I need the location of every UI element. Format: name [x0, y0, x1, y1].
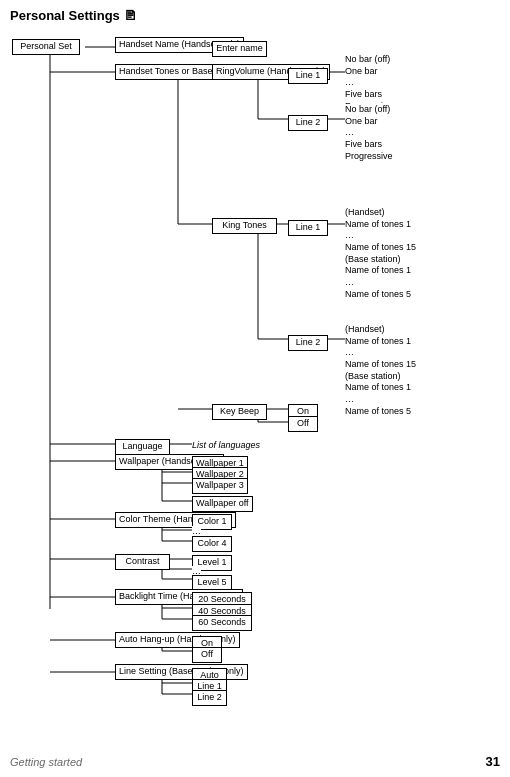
list-of-languages: List of languages: [192, 440, 260, 452]
footer-right-text: 31: [486, 754, 500, 769]
page-title: Personal Settings 🖹: [0, 0, 510, 27]
line2-rv-box: Line 2: [288, 115, 328, 131]
enter-name-box: Enter name: [212, 41, 267, 57]
rv-line2-options: No bar (off) One bar … Five bars Progres…: [345, 104, 393, 162]
sec60-box: 60 Seconds: [192, 615, 252, 631]
off-kb-box: Off: [288, 416, 318, 432]
personal-set-box: Personal Set: [12, 39, 80, 55]
line1-rv-box: Line 1: [288, 68, 328, 84]
king-tones-box: King Tones: [212, 218, 277, 234]
title-icon: 🖹: [124, 8, 137, 23]
title-text: Personal Settings: [10, 8, 120, 23]
off-ah-box: Off: [192, 647, 222, 663]
wallpaper3-box: Wallpaper 3: [192, 478, 248, 494]
line2-ls-box: Line 2: [192, 690, 227, 706]
footer-left-text: Getting started: [10, 756, 82, 768]
line1-kt-box: Line 1: [288, 220, 328, 236]
footer: Getting started 31: [0, 754, 510, 769]
kt-line1-options: (Handset) Name of tones 1 … Name of tone…: [345, 207, 416, 301]
line-setting-box: Line Setting (Base station only): [115, 664, 248, 680]
kt-line2-options: (Handset) Name of tones 1 … Name of tone…: [345, 324, 416, 418]
key-beep-box: Key Beep: [212, 404, 267, 420]
contrast-box: Contrast: [115, 554, 170, 570]
line2-kt-box: Line 2: [288, 335, 328, 351]
wallpaper-off-box: Wallpaper off: [192, 496, 253, 512]
language-box: Language: [115, 439, 170, 455]
color4-box: Color 4: [192, 536, 232, 552]
